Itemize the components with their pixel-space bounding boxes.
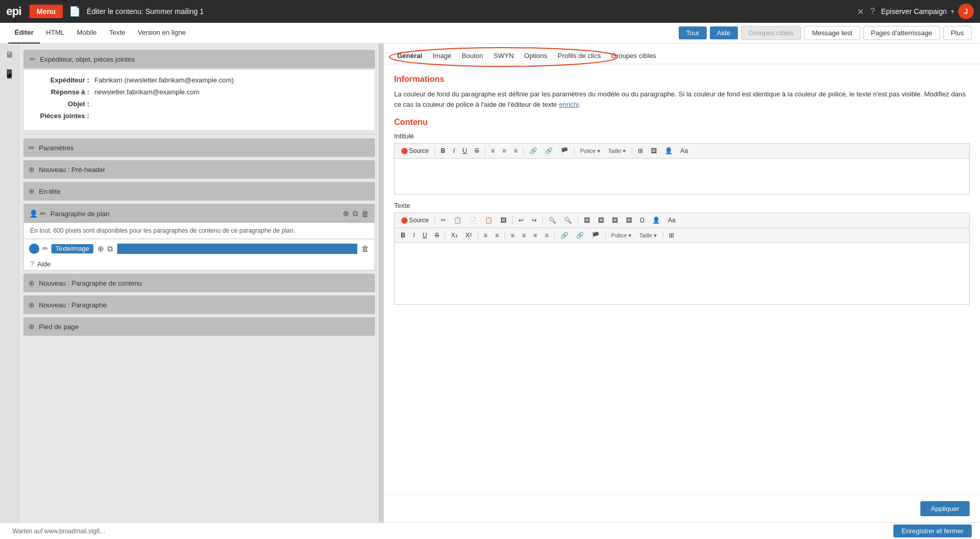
apply-button[interactable]: Appliquer [920,501,970,516]
bold-btn-1[interactable]: B [438,146,449,156]
delete-icon-plan[interactable]: 🗑 [361,209,369,218]
omega-btn[interactable]: Ω [637,215,648,225]
enrichi-link[interactable]: enrichi [559,101,579,108]
pages-atterrissage-button[interactable]: Pages d'atterrissage [863,26,940,40]
en-tete-block[interactable]: ⊕ En-tête [23,182,375,201]
avatar[interactable]: J [958,4,974,19]
intitule-editor[interactable] [394,158,970,194]
strike-btn-1[interactable]: S [472,146,482,156]
plus-icon-entete: ⊕ [29,187,35,195]
message-test-button[interactable]: Message test [804,26,860,40]
italic-btn-2[interactable]: I [410,230,418,240]
right-tab-groupes[interactable]: Groupes cibles [606,49,662,64]
tab-mobile[interactable]: Mobile [71,23,103,44]
person-btn-1[interactable]: 👤 [662,146,676,156]
img-btn-t[interactable]: 🖼 [497,215,510,225]
search2-btn[interactable]: 🔍 [561,215,575,225]
right-tab-general[interactable]: Général [392,49,427,64]
copy-icon-texte[interactable]: ⧉ [107,244,113,253]
right-tab-options[interactable]: Options [519,49,553,64]
campaign-dropdown[interactable]: ▾ [951,8,954,15]
source-btn-1[interactable]: 🔴 Source [398,146,432,156]
right-tab-image[interactable]: Image [427,49,456,64]
paste-btn[interactable]: 📄 [466,215,480,225]
person-btn-2[interactable]: 👤 [649,215,663,225]
new-para-contenu-block[interactable]: ⊕ Nouveau : Paragraphe de contenu [23,274,375,292]
tab-version-en-ligne[interactable]: Version en ligne [132,23,192,44]
image-btn-1[interactable]: 🖼 [648,146,660,156]
pre-header-block[interactable]: ⊕ Nouveau : Pré-header [23,160,375,179]
link-btn-1[interactable]: 🔗 [526,146,540,156]
right-tab-profils[interactable]: Profils de clics [553,49,606,64]
flag-btn-2[interactable]: 🏴 [589,230,603,240]
help-icon[interactable]: ? [870,7,875,16]
font-dropdown-1[interactable]: Police ▾ [577,146,604,156]
search-btn[interactable]: 🔍 [545,215,559,225]
table-btn-1[interactable]: ⊞ [635,146,646,156]
align-c-2[interactable]: ≡ [519,230,529,240]
img3-btn[interactable]: 🖼 [595,215,607,225]
parametres-block[interactable]: ✏ Paramètres [23,138,375,157]
link-btn-2[interactable]: 🔗 [557,230,571,240]
sub-btn[interactable]: X₂ [448,230,461,240]
size-dropdown-2[interactable]: Taille ▾ [636,231,660,240]
strike-btn-2[interactable]: S [432,230,442,240]
plan-header[interactable]: 👤 ✏ Paragraphe de plan ⊕ ⧉ 🗑 [24,204,374,223]
source-btn-2[interactable]: 🔴 Source [398,215,432,225]
plus-button[interactable]: Plus [943,26,972,40]
flag-btn-1[interactable]: 🏴 [557,146,571,156]
align-j-2[interactable]: ≡ [542,230,552,240]
align-center-1[interactable]: ≡ [499,146,509,156]
plus-icon-plan[interactable]: ⊕ [343,209,349,218]
new-para-block[interactable]: ⊕ Nouveau : Paragraphe [23,295,375,314]
mobile-icon[interactable]: 📱 [2,66,17,81]
underline-btn-2[interactable]: U [419,230,430,240]
texte-editor[interactable] [394,243,970,305]
groupes-cibles-button[interactable]: Groupes cibles [741,26,802,40]
align-r-2[interactable]: ≡ [530,230,540,240]
aa-btn-2[interactable]: Aa [665,215,679,225]
align-l-2[interactable]: ≡ [508,230,517,240]
close-icon[interactable]: ✕ [857,7,864,17]
aide-button[interactable]: Aide [710,26,738,39]
align-left-1[interactable]: ≡ [488,146,498,156]
texte-image-row[interactable]: 👤 ✏ Texte/image ⊕ ⧉ 🗑 [24,239,374,258]
move-icon[interactable]: ⊕ [97,244,104,253]
save-button[interactable]: Enregistrer et fermer [893,524,972,537]
right-tab-bouton[interactable]: Bouton [457,49,488,64]
tab-texte[interactable]: Texte [103,23,132,44]
sup-btn[interactable]: X² [463,230,475,240]
aa-btn-1[interactable]: Aa [677,146,691,156]
cut-btn[interactable]: ✂ [438,215,449,225]
undo-btn[interactable]: ↩ [515,215,527,225]
right-tab-swyn[interactable]: SWYN [488,49,519,64]
link2-btn-1[interactable]: 🔗 [542,146,556,156]
img4-btn[interactable]: 🖼 [609,215,621,225]
copy-btn[interactable]: 📋 [451,215,465,225]
italic-btn-1[interactable]: I [450,146,458,156]
desktop-icon[interactable]: 🖥 [2,48,17,62]
bold-btn-2[interactable]: B [398,230,409,240]
img2-btn[interactable]: 🖼 [581,215,593,225]
drag-handle[interactable] [379,44,383,522]
list-btn[interactable]: ≡ [481,230,491,240]
font-dropdown-2[interactable]: Police ▾ [608,231,635,240]
delete-icon-texte[interactable]: 🗑 [361,244,369,253]
action-buttons: Tour Aide Groupes cibles Message test Pa… [679,26,972,40]
indent-btn[interactable]: ≡ [492,230,502,240]
tab-html[interactable]: HTML [40,23,71,44]
align-right-1[interactable]: ≡ [511,146,521,156]
tab-editer[interactable]: Éditer [8,23,40,44]
pied-de-page-block[interactable]: ⊕ Pied de page [23,317,375,336]
link2-btn-2[interactable]: 🔗 [573,230,587,240]
redo-btn[interactable]: ↪ [528,215,540,225]
tour-button[interactable]: Tour [679,26,706,39]
paste2-btn[interactable]: 📋 [482,215,496,225]
expediteur-section-header[interactable]: ✏ Expéditeur, objet, pièces jointes [23,50,375,68]
underline-btn-1[interactable]: U [459,146,470,156]
menu-button[interactable]: Menu [30,5,63,18]
size-dropdown-1[interactable]: Taille ▾ [605,146,629,156]
table-btn-2[interactable]: ⊞ [666,230,677,240]
copy-icon-plan[interactable]: ⧉ [353,209,358,218]
img5-btn[interactable]: 🖼 [623,215,635,225]
